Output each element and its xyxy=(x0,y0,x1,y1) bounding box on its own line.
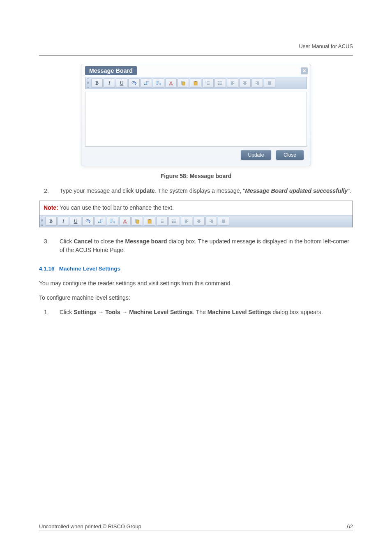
font-color-decrease-button[interactable]: ₁F xyxy=(95,217,106,226)
underline-button[interactable]: U xyxy=(116,79,127,88)
figure-caption: Figure 58: Message board xyxy=(39,173,353,179)
cut-button[interactable] xyxy=(165,79,177,88)
header-right-text: User Manual for ACUS xyxy=(299,43,353,49)
svg-text:2: 2 xyxy=(205,82,206,84)
svg-point-19 xyxy=(172,222,173,223)
close-button[interactable]: Close xyxy=(276,150,304,160)
toolbar-grip-icon xyxy=(41,217,43,226)
footer-page-number: 62 xyxy=(283,523,353,530)
body-paragraph: To configure machine level settings: xyxy=(39,294,353,302)
section-heading: 4.1.16 Machine Level Settings xyxy=(39,266,353,272)
italic-button[interactable]: I xyxy=(58,217,69,226)
font-color-increase-button[interactable]: Fₓ xyxy=(153,79,164,88)
unordered-list-button[interactable] xyxy=(214,79,226,88)
step-2: 2. Type your message and click Update. T… xyxy=(39,187,353,195)
svg-point-17 xyxy=(172,220,173,220)
svg-point-10 xyxy=(218,84,219,85)
align-left-button[interactable] xyxy=(181,217,192,226)
note-text: Note: You can use the tool bar to enhanc… xyxy=(39,201,353,215)
align-right-button[interactable] xyxy=(205,217,217,226)
close-icon[interactable]: ✕ xyxy=(301,67,308,74)
step-number: 3. xyxy=(39,237,60,254)
header-divider xyxy=(39,55,353,56)
step-number: 1. xyxy=(39,308,60,316)
footer-left: Uncontrolled when printed © RISCO Group xyxy=(39,523,283,530)
body-paragraph: You may configure the reader settings an… xyxy=(39,279,353,288)
svg-point-8 xyxy=(218,81,219,82)
svg-rect-4 xyxy=(194,81,197,85)
svg-rect-14 xyxy=(136,220,139,223)
step-number: 2. xyxy=(39,187,60,195)
editor-textarea[interactable] xyxy=(85,92,307,147)
toolbar-grip-icon xyxy=(87,79,89,88)
align-left-button[interactable] xyxy=(227,79,238,88)
redo-button[interactable] xyxy=(128,79,140,88)
italic-button[interactable]: I xyxy=(104,79,115,88)
step-3: 3. Click Cancel to close the Message boa… xyxy=(39,237,353,254)
svg-point-9 xyxy=(218,83,219,83)
note-box: Note: You can use the tool bar to enhanc… xyxy=(39,201,353,227)
dialog-actions: Update Close xyxy=(83,150,309,162)
align-justify-button[interactable] xyxy=(218,217,229,226)
update-button[interactable]: Update xyxy=(241,150,272,160)
align-center-button[interactable] xyxy=(239,79,251,88)
svg-rect-15 xyxy=(148,220,151,223)
align-justify-button[interactable] xyxy=(264,79,275,88)
align-right-button[interactable] xyxy=(251,79,263,88)
svg-rect-16 xyxy=(149,219,150,220)
cut-button[interactable] xyxy=(119,217,131,226)
underline-button[interactable]: U xyxy=(70,217,81,226)
editor-toolbar: B I U ₁F Fₓ xyxy=(85,77,307,89)
paste-button[interactable] xyxy=(190,79,201,88)
unordered-list-button[interactable] xyxy=(168,217,180,226)
redo-button[interactable] xyxy=(82,217,94,226)
align-center-button[interactable] xyxy=(193,217,205,226)
dialog-title: Message Board xyxy=(85,66,137,75)
copy-button[interactable] xyxy=(131,217,143,226)
svg-point-18 xyxy=(172,221,173,222)
ordered-list-button[interactable] xyxy=(156,217,168,226)
font-color-increase-button[interactable]: Fₓ xyxy=(107,217,118,226)
paste-button[interactable] xyxy=(144,217,155,226)
footer: Uncontrolled when printed © RISCO Group … xyxy=(39,523,353,530)
font-color-decrease-button[interactable]: ₁F xyxy=(141,79,152,88)
ordered-list-button[interactable]: 12 xyxy=(202,79,214,88)
bold-button[interactable]: B xyxy=(91,79,103,88)
bold-button[interactable]: B xyxy=(45,217,57,226)
svg-rect-5 xyxy=(195,81,196,82)
svg-rect-3 xyxy=(182,82,185,85)
message-board-dialog: Message Board ✕ B I U ₁F Fₓ xyxy=(81,64,311,166)
note-toolbar: B I U ₁F Fₓ xyxy=(39,215,353,227)
copy-button[interactable] xyxy=(178,79,189,88)
step-1-mls: 1. Click Settings → Tools → Machine Leve… xyxy=(39,308,353,316)
